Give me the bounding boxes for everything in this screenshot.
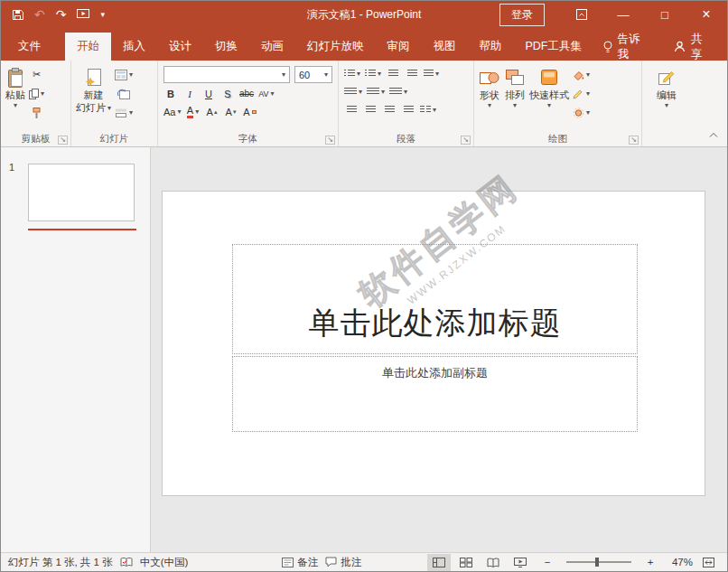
tab-transitions[interactable]: 切换 bbox=[203, 33, 249, 61]
close-button[interactable]: × bbox=[686, 1, 727, 28]
slide-show-button[interactable] bbox=[509, 554, 532, 571]
drawing-dialog-launcher[interactable]: ↘ bbox=[629, 136, 639, 145]
grow-font-button[interactable]: A▴ bbox=[204, 104, 219, 119]
columns-button[interactable]: ▾ bbox=[420, 102, 436, 117]
login-button[interactable]: 登录 bbox=[499, 4, 545, 26]
bullets-button[interactable]: ▾ bbox=[344, 66, 360, 81]
dropdown-icon: ▾ bbox=[381, 89, 385, 96]
align-right-button[interactable] bbox=[382, 102, 397, 117]
line-spacing-button[interactable]: ▾ bbox=[424, 66, 439, 81]
shape-effects-button[interactable]: ▾ bbox=[573, 105, 590, 120]
share-button[interactable]: 共享 bbox=[659, 33, 727, 61]
tab-home[interactable]: 开始 bbox=[65, 33, 111, 61]
convert-smartart-button[interactable]: ▾ bbox=[389, 84, 407, 99]
dropdown-icon: ▾ bbox=[41, 90, 44, 98]
copy-button[interactable]: ▾ bbox=[29, 86, 44, 101]
tab-animations[interactable]: 动画 bbox=[249, 33, 295, 61]
reading-view-button[interactable] bbox=[481, 554, 505, 571]
clear-formatting-button[interactable]: A bbox=[242, 104, 257, 119]
font-dialog-launcher[interactable]: ↘ bbox=[325, 136, 335, 145]
spell-check-button[interactable] bbox=[120, 557, 133, 567]
language-indicator[interactable]: 中文(中国) bbox=[140, 556, 189, 569]
shrink-font-button[interactable]: A▾ bbox=[223, 104, 238, 119]
tab-review[interactable]: 审阅 bbox=[376, 33, 422, 61]
collapse-ribbon-icon bbox=[709, 132, 718, 138]
tell-me-button[interactable]: 告诉我 bbox=[593, 33, 659, 61]
editing-button[interactable]: 编辑 ▾ bbox=[657, 64, 677, 132]
dropdown-icon: ▾ bbox=[513, 102, 517, 109]
font-size-combo[interactable]: 60 ▾ bbox=[294, 66, 332, 83]
zoom-slider[interactable] bbox=[566, 561, 631, 563]
redo-button[interactable]: ↷ bbox=[56, 8, 67, 21]
new-slide-button[interactable]: 新建 幻灯片 ▾ bbox=[76, 64, 111, 132]
shapes-label: 形状 bbox=[480, 89, 499, 101]
tab-file[interactable]: 文件 bbox=[6, 33, 52, 61]
zoom-out-button[interactable]: − bbox=[536, 554, 559, 571]
font-color-button[interactable]: A▾ bbox=[185, 104, 200, 119]
slide-thumbnail[interactable] bbox=[28, 164, 135, 221]
align-text-button[interactable]: ▾ bbox=[367, 84, 385, 99]
cut-button[interactable]: ✂ bbox=[29, 67, 44, 82]
tab-slideshow[interactable]: 幻灯片放映 bbox=[295, 33, 376, 61]
shapes-button[interactable]: 形状 ▾ bbox=[479, 64, 500, 132]
tab-help[interactable]: 帮助 bbox=[468, 33, 514, 61]
undo-button[interactable]: ↶ bbox=[34, 8, 45, 21]
numbering-button[interactable]: ▾ bbox=[365, 66, 381, 81]
justify-button[interactable] bbox=[401, 102, 415, 117]
quick-styles-button[interactable]: 快速样式 ▾ bbox=[529, 64, 569, 132]
align-left-button[interactable] bbox=[344, 102, 359, 117]
minimize-button[interactable]: — bbox=[602, 1, 644, 28]
group-label-text: 剪贴板 bbox=[22, 133, 51, 144]
subtitle-placeholder[interactable]: 单击此处添加副标题 bbox=[232, 356, 638, 432]
change-case-button[interactable]: Aa▾ bbox=[163, 104, 181, 119]
reset-slide-button[interactable] bbox=[115, 86, 133, 101]
char-spacing-label: AV bbox=[258, 89, 268, 98]
comments-button[interactable]: 批注 bbox=[325, 556, 361, 569]
bold-button[interactable]: B bbox=[163, 86, 178, 101]
decrease-indent-button[interactable] bbox=[386, 66, 400, 81]
paste-button[interactable]: 粘贴 ▾ bbox=[5, 64, 25, 132]
notes-button[interactable]: 备注 bbox=[282, 556, 318, 569]
tab-insert[interactable]: 插入 bbox=[111, 33, 157, 61]
fit-to-window-button[interactable] bbox=[696, 554, 720, 571]
title-placeholder[interactable]: 单击此处添加标题 bbox=[232, 244, 638, 354]
zoom-slider-thumb[interactable] bbox=[595, 558, 599, 567]
underline-button[interactable]: U bbox=[201, 86, 216, 101]
slide-layout-button[interactable]: ▾ bbox=[115, 67, 133, 82]
save-button[interactable] bbox=[12, 9, 23, 21]
normal-view-button[interactable] bbox=[427, 554, 451, 571]
shape-outline-button[interactable]: ▾ bbox=[573, 86, 590, 101]
slide-sorter-view-button[interactable] bbox=[454, 554, 478, 571]
tab-view[interactable]: 视图 bbox=[422, 33, 468, 61]
italic-button[interactable]: I bbox=[182, 86, 197, 101]
person-icon bbox=[674, 41, 686, 52]
tab-design[interactable]: 设计 bbox=[157, 33, 203, 61]
character-spacing-button[interactable]: AV▾ bbox=[258, 86, 274, 101]
arrange-button[interactable]: 排列 ▾ bbox=[504, 64, 526, 132]
zoom-level[interactable]: 47% bbox=[666, 557, 693, 567]
start-from-beginning-button[interactable] bbox=[77, 9, 89, 20]
collapse-ribbon-button[interactable] bbox=[709, 126, 718, 142]
columns-icon bbox=[420, 106, 425, 114]
font-group-label: 字体 ↘ bbox=[158, 132, 338, 146]
strikethrough-button[interactable]: abc bbox=[239, 86, 254, 101]
zoom-in-button[interactable]: + bbox=[639, 554, 662, 571]
text-direction-button[interactable]: ▾ bbox=[344, 84, 362, 99]
shape-fill-button[interactable]: ▾ bbox=[573, 67, 590, 82]
text-shadow-button[interactable]: S bbox=[220, 86, 235, 101]
dropdown-icon: ▾ bbox=[586, 71, 590, 79]
align-center-button[interactable] bbox=[363, 102, 378, 117]
maximize-button[interactable]: □ bbox=[644, 1, 686, 28]
slide[interactable]: 软件自学网 WWW.RJZXW.COM 单击此处添加标题 单击此处添加副标题 bbox=[162, 191, 705, 496]
clipboard-dialog-launcher[interactable]: ↘ bbox=[58, 136, 68, 145]
customize-quick-access-button[interactable]: ▾ bbox=[100, 11, 105, 19]
tab-pdf-tools[interactable]: PDF工具集 bbox=[514, 33, 594, 61]
group-label-text: 绘图 bbox=[548, 133, 567, 144]
ribbon-display-options-button[interactable] bbox=[561, 1, 602, 28]
format-painter-button[interactable] bbox=[29, 105, 44, 120]
paragraph-dialog-launcher[interactable]: ↘ bbox=[461, 136, 471, 145]
font-name-combo[interactable]: ▾ bbox=[163, 66, 290, 83]
increase-indent-button[interactable] bbox=[405, 66, 419, 81]
clipboard-group: 粘贴 ▾ ✂ ▾ 剪贴板 ↘ bbox=[1, 61, 71, 146]
section-button[interactable]: ▾ bbox=[115, 105, 133, 120]
